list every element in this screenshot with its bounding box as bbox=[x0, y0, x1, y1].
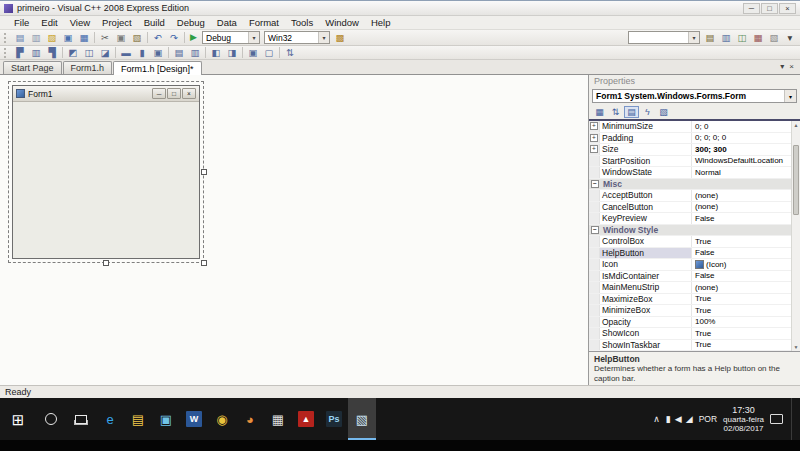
property-row-showicon[interactable]: ShowIconTrue bbox=[589, 328, 800, 340]
property-row-keypreview[interactable]: KeyPreviewFalse bbox=[589, 213, 800, 225]
category-row-misc[interactable]: −Misc bbox=[589, 179, 800, 191]
property-row-size[interactable]: +Size300; 300 bbox=[589, 144, 800, 156]
property-value[interactable]: WindowsDefaultLocation bbox=[692, 156, 800, 165]
property-row-showintaskbar[interactable]: ShowInTaskbarTrue bbox=[589, 340, 800, 352]
collapse-icon[interactable]: − bbox=[591, 180, 599, 188]
scroll-down-icon[interactable]: ▼ bbox=[792, 344, 800, 350]
resize-handle-corner[interactable] bbox=[201, 260, 207, 266]
property-value[interactable]: True bbox=[692, 329, 800, 338]
property-row-acceptbutton[interactable]: AcceptButton(none) bbox=[589, 190, 800, 202]
calculator-taskbar-button[interactable]: ▦ bbox=[264, 398, 292, 440]
property-value[interactable]: False bbox=[692, 248, 800, 257]
toolbar-options-icon[interactable]: ▾ bbox=[782, 31, 798, 44]
property-value[interactable]: True bbox=[692, 340, 800, 349]
property-value[interactable]: (none) bbox=[692, 191, 800, 200]
tab-form1-h-design[interactable]: Form1.h [Design]* bbox=[113, 61, 202, 75]
property-value[interactable]: Normal bbox=[692, 168, 800, 177]
align-rights-icon[interactable]: ▜ bbox=[44, 46, 60, 59]
make-same-width-icon[interactable]: ▬ bbox=[118, 46, 134, 59]
undo-icon[interactable]: ↶ bbox=[150, 31, 166, 44]
property-row-opacity[interactable]: Opacity100% bbox=[589, 317, 800, 329]
property-value[interactable]: True bbox=[692, 306, 800, 315]
resize-handle-bottom[interactable] bbox=[103, 260, 109, 266]
collapse-icon[interactable]: − bbox=[591, 226, 599, 234]
copy-icon[interactable]: ▣ bbox=[113, 31, 129, 44]
categorized-icon[interactable]: ▦ bbox=[592, 106, 607, 118]
menu-item-file[interactable]: File bbox=[8, 16, 35, 29]
close-button[interactable]: × bbox=[779, 3, 796, 14]
start-page-icon[interactable]: ▧ bbox=[766, 31, 782, 44]
clock[interactable]: 17:30 quarta-feira 02/08/2017 bbox=[723, 406, 764, 433]
paste-icon[interactable]: ▧ bbox=[129, 31, 145, 44]
action-center-icon[interactable] bbox=[770, 414, 783, 424]
battery-icon[interactable]: ▮ bbox=[666, 415, 671, 424]
add-new-item-icon[interactable]: ▥ bbox=[28, 31, 44, 44]
menu-item-help[interactable]: Help bbox=[365, 16, 397, 29]
solution-explorer-icon[interactable]: ▤ bbox=[702, 31, 718, 44]
menu-item-view[interactable]: View bbox=[64, 16, 96, 29]
property-row-ismdicontainer[interactable]: IsMdiContainerFalse bbox=[589, 271, 800, 283]
tray-chevron-icon[interactable]: ∧ bbox=[653, 415, 660, 424]
vertical-spacing-icon[interactable]: ▥ bbox=[187, 46, 203, 59]
open-file-icon[interactable]: ▨ bbox=[44, 31, 60, 44]
form-client-area[interactable] bbox=[13, 102, 199, 258]
align-bottoms-icon[interactable]: ◪ bbox=[97, 46, 113, 59]
property-value[interactable]: 0; 0 bbox=[692, 122, 800, 131]
property-row-padding[interactable]: +Padding0; 0; 0; 0 bbox=[589, 133, 800, 145]
search-button[interactable] bbox=[36, 398, 66, 440]
property-value[interactable]: False bbox=[692, 214, 800, 223]
save-icon[interactable]: ▣ bbox=[60, 31, 76, 44]
chrome-taskbar-button[interactable]: ◉ bbox=[208, 398, 236, 440]
property-pages-icon[interactable]: ▧ bbox=[656, 106, 671, 118]
file-explorer-taskbar-button[interactable]: ▤ bbox=[124, 398, 152, 440]
design-form[interactable]: Form1 ─ □ × bbox=[12, 85, 200, 259]
property-row-helpbutton[interactable]: HelpButtonFalse bbox=[589, 248, 800, 260]
active-app-taskbar-button[interactable]: ▧ bbox=[348, 398, 376, 440]
toolbar-grip[interactable] bbox=[4, 48, 8, 58]
property-row-windowstate[interactable]: WindowStateNormal bbox=[589, 167, 800, 179]
menu-item-build[interactable]: Build bbox=[138, 16, 171, 29]
chevron-down-icon[interactable]: ▾ bbox=[318, 32, 329, 43]
menu-item-edit[interactable]: Edit bbox=[35, 16, 63, 29]
language-indicator[interactable]: POR bbox=[699, 414, 717, 424]
property-value[interactable]: True bbox=[692, 237, 800, 246]
save-all-icon[interactable]: ▦ bbox=[76, 31, 92, 44]
align-lefts-icon[interactable]: ▛ bbox=[12, 46, 28, 59]
property-value[interactable]: (Icon) bbox=[692, 260, 800, 269]
start-button[interactable]: ⊞ bbox=[0, 398, 36, 440]
scroll-up-icon[interactable]: ▲ bbox=[792, 122, 800, 128]
designer-surface[interactable]: Form1 ─ □ × bbox=[0, 75, 588, 385]
chevron-down-icon[interactable]: ▾ bbox=[688, 32, 699, 43]
make-same-height-icon[interactable]: ▮ bbox=[134, 46, 150, 59]
property-row-startposition[interactable]: StartPositionWindowsDefaultLocation bbox=[589, 156, 800, 168]
properties-window-icon[interactable]: ▥ bbox=[718, 31, 734, 44]
property-value[interactable]: True bbox=[692, 294, 800, 303]
align-tops-icon[interactable]: ◩ bbox=[65, 46, 81, 59]
alphabetical-icon[interactable]: ⇅ bbox=[608, 106, 623, 118]
task-view-button[interactable] bbox=[66, 398, 96, 440]
property-row-controlbox[interactable]: ControlBoxTrue bbox=[589, 236, 800, 248]
menu-item-tools[interactable]: Tools bbox=[285, 16, 319, 29]
property-row-maximizebox[interactable]: MaximizeBoxTrue bbox=[589, 294, 800, 306]
toolbar-grip[interactable] bbox=[4, 33, 8, 43]
center-vertically-icon[interactable]: ◨ bbox=[224, 46, 240, 59]
minimize-button[interactable]: ─ bbox=[743, 3, 760, 14]
close-document-icon[interactable]: × bbox=[789, 62, 794, 71]
maximize-button[interactable]: □ bbox=[761, 3, 778, 14]
property-value[interactable]: (none) bbox=[692, 202, 800, 211]
center-horizontally-icon[interactable]: ◧ bbox=[208, 46, 224, 59]
network-icon[interactable]: ◢ bbox=[686, 415, 693, 424]
toolbox-icon[interactable]: ▦ bbox=[750, 31, 766, 44]
property-value[interactable]: False bbox=[692, 271, 800, 280]
property-row-icon[interactable]: Icon(Icon) bbox=[589, 259, 800, 271]
show-desktop-button[interactable] bbox=[791, 398, 795, 440]
firefox-taskbar-button[interactable]: ◕ bbox=[236, 398, 264, 440]
start-debugging-icon[interactable]: ▶ bbox=[187, 31, 200, 44]
solution-configurations-combo[interactable]: Debug ▾ bbox=[202, 31, 260, 44]
send-to-back-icon[interactable]: ▢ bbox=[261, 46, 277, 59]
tab-form1-h[interactable]: Form1.h bbox=[63, 61, 113, 74]
store-taskbar-button[interactable]: ▣ bbox=[152, 398, 180, 440]
events-icon[interactable]: ϟ bbox=[640, 106, 655, 118]
edge-taskbar-button[interactable]: e bbox=[96, 398, 124, 440]
new-project-icon[interactable]: ▤ bbox=[12, 31, 28, 44]
